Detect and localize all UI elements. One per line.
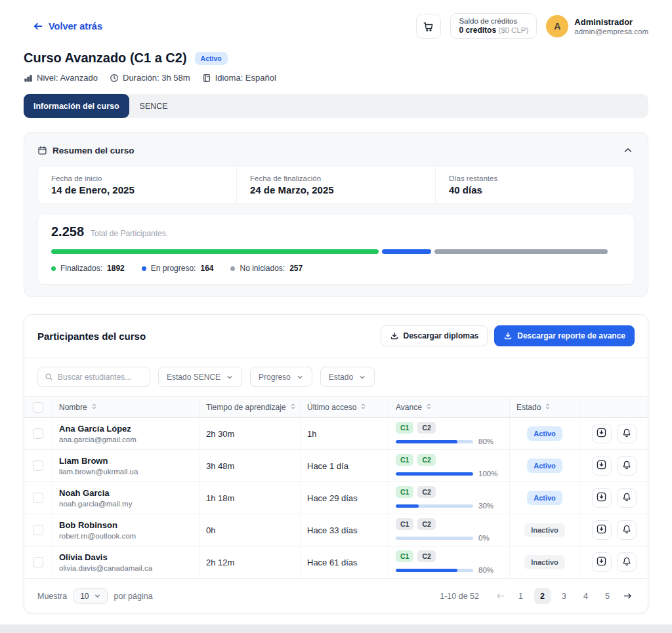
level-badge-c2: C2 bbox=[417, 486, 435, 498]
progress-cell: C1C230% bbox=[388, 482, 509, 514]
participants-stats-card: 2.258 Total de Participantes. Finalizado… bbox=[37, 214, 635, 285]
book-icon bbox=[202, 73, 211, 83]
column-header-nombre[interactable]: Nombre bbox=[52, 397, 199, 417]
page-title: Curso Avanzado (C1 a C2) bbox=[24, 51, 187, 66]
filters-row: Estado SENCE Progreso Estado bbox=[24, 357, 648, 396]
filter-estado[interactable]: Estado bbox=[320, 367, 375, 387]
summary-title: Resumen del curso bbox=[52, 146, 135, 155]
learning-time-cell: 1h 18m bbox=[199, 482, 300, 514]
sort-icon bbox=[91, 403, 98, 412]
legend-item-0: Finalizados: 1892 bbox=[51, 264, 125, 273]
cart-button[interactable] bbox=[416, 14, 441, 39]
tab-informacion-del-curso[interactable]: Información del curso bbox=[24, 94, 129, 118]
back-button[interactable]: Volver atrás bbox=[33, 21, 102, 31]
progress-cell: C1C2100% bbox=[388, 450, 509, 481]
last-access-cell: Hace 29 días bbox=[300, 482, 388, 514]
level-badges: C1C2 bbox=[396, 454, 436, 466]
pagination-prev-button[interactable] bbox=[494, 591, 507, 601]
filter-progreso[interactable]: Progreso bbox=[250, 367, 312, 387]
participant-email: ana.garcia@gmail.com bbox=[59, 436, 136, 443]
bar-chart-icon bbox=[24, 73, 33, 83]
progress-cell: C1C280% bbox=[388, 418, 509, 449]
search-students-input[interactable] bbox=[58, 373, 143, 382]
page: Volver atrás Saldo de créditos 0 credito… bbox=[0, 0, 672, 633]
name-cell: Noah Garcianoah.garcia@mail.my bbox=[52, 482, 199, 514]
table-row: Noah Garcianoah.garcia@mail.my1h 18mHace… bbox=[24, 482, 648, 514]
column-header-avance[interactable]: Avance bbox=[388, 397, 509, 417]
notify-button[interactable] bbox=[617, 456, 637, 476]
row-checkbox[interactable] bbox=[33, 493, 43, 503]
pagination-range: 1-10 de 52 bbox=[440, 592, 479, 601]
progress-percent: 0% bbox=[478, 534, 490, 542]
row-checkbox[interactable] bbox=[33, 428, 43, 439]
notify-button[interactable] bbox=[617, 552, 637, 572]
level-badge-c2: C2 bbox=[417, 454, 435, 466]
pagination: 1-10 de 52 12345 bbox=[440, 588, 635, 604]
last-access-cell: 1h bbox=[300, 418, 388, 449]
level-badge-c2: C2 bbox=[417, 422, 435, 434]
user-email: admin@empresa.com bbox=[574, 28, 648, 35]
status-cell: Activo bbox=[509, 418, 579, 449]
per-page-suffix: por página bbox=[114, 592, 153, 601]
table-row: Olivia Davisolivia.davis@canadamail.ca2h… bbox=[24, 546, 648, 579]
notify-button[interactable] bbox=[617, 520, 637, 540]
row-select-cell bbox=[24, 418, 52, 449]
row-checkbox[interactable] bbox=[33, 460, 43, 471]
pagination-page-2[interactable]: 2 bbox=[534, 588, 551, 604]
table-header-row: NombreTiempo de aprendizajeÚltimo acceso… bbox=[24, 396, 648, 418]
legend-label: Finalizados: bbox=[60, 264, 102, 273]
download-certificate-button[interactable] bbox=[592, 456, 612, 476]
credits-box[interactable]: Saldo de créditos 0 creditos ($0 CLP) bbox=[450, 13, 537, 39]
download-diplomas-button[interactable]: Descargar diplomas bbox=[381, 325, 488, 346]
pagination-page-3[interactable]: 3 bbox=[556, 588, 572, 604]
download-certificate-button[interactable] bbox=[592, 488, 612, 508]
column-header-tiempo-de-aprendizaje[interactable]: Tiempo de aprendizaje bbox=[199, 397, 300, 417]
progress-track bbox=[396, 504, 473, 508]
course-meta-row: Nivel: Avanzado Duración: 3h 58m Idioma:… bbox=[24, 73, 648, 83]
search-icon bbox=[45, 373, 53, 381]
download-certificate-button[interactable] bbox=[592, 424, 612, 443]
filter-estado-sence[interactable]: Estado SENCE bbox=[158, 367, 242, 387]
download-certificate-button[interactable] bbox=[592, 520, 612, 540]
progress-legend: Finalizados: 1892En progreso: 164No inic… bbox=[51, 264, 621, 273]
progress-bar-row: 100% bbox=[396, 470, 503, 478]
column-header-actions bbox=[579, 397, 648, 417]
credits-value-line: 0 creditos ($0 CLP) bbox=[459, 26, 528, 35]
user-menu[interactable]: A Administrador admin@empresa.com bbox=[546, 15, 648, 37]
download-certificate-button[interactable] bbox=[592, 552, 612, 572]
progress-percent: 100% bbox=[478, 470, 497, 478]
column-header--ltimo-acceso[interactable]: Último acceso bbox=[300, 397, 388, 417]
name-cell: Olivia Davisolivia.davis@canadamail.ca bbox=[52, 546, 199, 578]
table-body: Ana García Lópezana.garcia@gmail.com2h 3… bbox=[24, 418, 648, 579]
file-download-icon bbox=[596, 523, 607, 537]
sort-icon bbox=[360, 403, 367, 412]
status-badge: Inactivo bbox=[524, 555, 565, 569]
learning-time-cell: 2h 12m bbox=[199, 546, 300, 578]
row-checkbox[interactable] bbox=[33, 557, 43, 567]
course-duration: Duración: 3h 58m bbox=[110, 73, 190, 83]
column-header-estado[interactable]: Estado bbox=[509, 397, 579, 417]
notify-button[interactable] bbox=[617, 424, 637, 443]
select-all-checkbox[interactable] bbox=[33, 402, 43, 413]
pagination-next-button[interactable] bbox=[621, 591, 635, 601]
pagination-page-5[interactable]: 5 bbox=[599, 588, 616, 604]
participant-email: olivia.davis@canadamail.ca bbox=[59, 564, 152, 572]
download-report-button[interactable]: Descargar reporte de avance bbox=[494, 325, 635, 346]
user-info: Administrador admin@empresa.com bbox=[574, 17, 648, 35]
chevron-down-icon bbox=[296, 373, 304, 381]
legend-item-2: No iniciados: 257 bbox=[230, 264, 303, 273]
pagination-page-1[interactable]: 1 bbox=[513, 588, 529, 604]
download-icon bbox=[390, 331, 399, 340]
participants-title: Participantes del curso bbox=[37, 331, 146, 342]
total-participants-label: Total de Participantes. bbox=[91, 229, 168, 238]
tab-sence[interactable]: SENCE bbox=[129, 94, 178, 118]
per-page-select[interactable]: 10 bbox=[74, 588, 107, 604]
status-badge: Inactivo bbox=[524, 523, 565, 537]
notify-button[interactable] bbox=[617, 488, 637, 508]
show-label: Muestra bbox=[37, 592, 67, 601]
row-checkbox[interactable] bbox=[33, 525, 43, 535]
collapse-summary-button[interactable] bbox=[621, 144, 635, 157]
last-access-cell: Hace 1 día bbox=[300, 450, 388, 481]
learning-time-cell: 0h bbox=[199, 514, 300, 546]
pagination-page-4[interactable]: 4 bbox=[578, 588, 594, 604]
